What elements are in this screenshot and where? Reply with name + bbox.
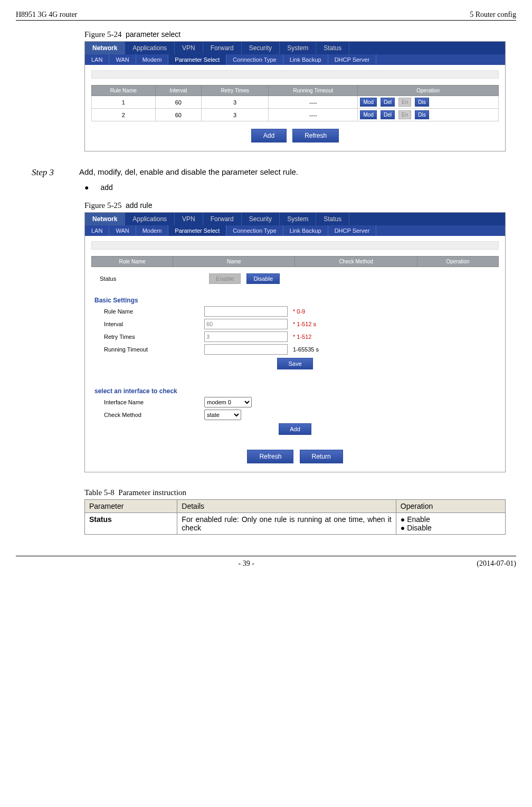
subtab-dhcp-server[interactable]: DHCP Server <box>328 225 376 236</box>
subtab-link-backup[interactable]: Link Backup <box>283 225 328 236</box>
subtab-modem[interactable]: Modem <box>136 54 169 65</box>
main-tabs: Network Applications VPN Forward Securit… <box>85 213 505 225</box>
row-interface-name: Interface Name modem 0 <box>104 397 499 407</box>
bullet-add: ●add <box>84 183 506 192</box>
tab-system[interactable]: System <box>280 213 316 225</box>
tab-forward[interactable]: Forward <box>203 42 242 54</box>
refresh-button[interactable]: Refresh <box>292 129 339 143</box>
select-check-method[interactable]: state <box>204 410 241 420</box>
tab-network[interactable]: Network <box>85 213 125 225</box>
del-button[interactable]: Del <box>381 110 395 119</box>
row-running-timeout: Running Timeout 1-65535 s <box>104 344 499 355</box>
subtab-parameter-select[interactable]: Parameter Select <box>168 225 226 236</box>
cell-parameter: Status <box>85 513 177 535</box>
col-operation: Operation <box>417 257 498 267</box>
label-running-timeout: Running Timeout <box>104 346 204 353</box>
cell-operation: ● Enable ● Disable <box>396 513 505 535</box>
spacer-bar <box>91 241 499 250</box>
refresh-button[interactable]: Refresh <box>247 450 293 463</box>
subtab-parameter-select[interactable]: Parameter Select <box>168 54 226 65</box>
input-interval[interactable] <box>204 319 288 329</box>
tab-system[interactable]: System <box>280 42 316 54</box>
subtab-connection-type[interactable]: Connection Type <box>226 225 283 236</box>
en-button[interactable]: En <box>398 98 411 107</box>
basic-settings-fieldset: Basic Settings Rule Name * 0-9 Interval … <box>91 293 499 375</box>
col-rule-name: Rule Name <box>92 257 173 267</box>
select-interface-name[interactable]: modem 0 <box>204 397 252 407</box>
hint-retry-times: * 1-512 <box>293 334 311 340</box>
input-rule-name[interactable] <box>204 306 288 317</box>
subtab-connection-type[interactable]: Connection Type <box>226 54 283 65</box>
subtab-modem[interactable]: Modem <box>136 225 169 236</box>
main-tabs: Network Applications VPN Forward Securit… <box>85 42 505 54</box>
tab-network[interactable]: Network <box>85 42 125 54</box>
add-interface-button[interactable]: Add <box>279 423 311 435</box>
page-header: H8951 3G 4G router 5 Router config <box>16 11 516 21</box>
figure-number: Figure 5-24 <box>84 30 121 39</box>
table-title: Parameter instruction <box>118 488 186 497</box>
subtab-wan[interactable]: WAN <box>109 54 136 65</box>
return-button[interactable]: Return <box>300 450 343 463</box>
dis-button[interactable]: Dis <box>415 98 429 107</box>
tab-forward[interactable]: Forward <box>203 213 242 225</box>
tab-vpn[interactable]: VPN <box>175 213 203 225</box>
cell-timeout: ---- <box>269 96 358 109</box>
basic-settings-legend: Basic Settings <box>94 297 499 304</box>
col-retry-times: Retry Times <box>202 86 269 96</box>
subtab-wan[interactable]: WAN <box>109 225 136 236</box>
dis-button[interactable]: Dis <box>415 110 429 119</box>
tab-applications[interactable]: Applications <box>125 213 175 225</box>
subtab-link-backup[interactable]: Link Backup <box>283 54 328 65</box>
subtab-lan[interactable]: LAN <box>85 225 109 236</box>
header-table: Rule Name Name Check Method Operation <box>91 256 499 267</box>
figure-5-24-caption: Figure 5-24 parameter select <box>84 30 506 39</box>
figure-5-25-caption: Figure 5-25 add rule <box>84 201 506 210</box>
step-label: Step 3 <box>32 167 79 178</box>
subtab-lan[interactable]: LAN <box>85 54 109 65</box>
status-label: Status <box>100 276 205 282</box>
tab-status[interactable]: Status <box>316 213 349 225</box>
subtab-dhcp-server[interactable]: DHCP Server <box>328 54 376 65</box>
status-row: Status Enable Disable <box>100 273 499 284</box>
mod-button[interactable]: Mod <box>360 110 376 119</box>
col-operation: Operation <box>358 86 499 96</box>
page-footer: - 39 - (2014-07-01) <box>16 556 516 568</box>
cell-retry: 3 <box>202 109 269 121</box>
cell-interval: 60 <box>155 96 202 109</box>
tab-security[interactable]: Security <box>242 42 280 54</box>
step-text: Add, modify, del, enable and disable the… <box>79 167 298 176</box>
label-interface-name: Interface Name <box>104 399 204 405</box>
th-details: Details <box>177 500 396 513</box>
col-rule-name: Rule Name <box>92 86 156 96</box>
row-interval: Interval * 1-512 s <box>104 319 499 329</box>
hint-rule-name: * 0-9 <box>293 308 305 315</box>
input-running-timeout[interactable] <box>204 344 288 355</box>
input-retry-times[interactable] <box>204 331 288 342</box>
table-5-8-caption: Table 5-8 Parameter instruction <box>84 488 506 497</box>
label-rule-name: Rule Name <box>104 308 204 315</box>
hint-running-timeout: 1-65535 s <box>293 346 319 353</box>
add-button[interactable]: Add <box>251 129 287 143</box>
tab-security[interactable]: Security <box>242 213 280 225</box>
tab-applications[interactable]: Applications <box>125 42 175 54</box>
table-row: Status For enabled rule: Only one rule i… <box>85 513 506 535</box>
step-3: Step 3 Add, modify, del, enable and disa… <box>32 167 506 178</box>
label-interval: Interval <box>104 321 204 327</box>
disable-button[interactable]: Disable <box>246 273 280 284</box>
cell-details: For enabled rule: Only one rule is runni… <box>177 513 396 535</box>
interface-check-legend: select an interface to check <box>94 387 499 395</box>
bullet-text: add <box>100 183 112 192</box>
tab-status[interactable]: Status <box>316 42 349 54</box>
en-button[interactable]: En <box>398 110 411 119</box>
cell-timeout: ---- <box>269 109 358 121</box>
col-name: Name <box>173 257 295 267</box>
enable-button[interactable]: Enable <box>209 273 241 284</box>
figure-number: Figure 5-25 <box>84 201 121 210</box>
tab-vpn[interactable]: VPN <box>175 42 203 54</box>
del-button[interactable]: Del <box>381 98 395 107</box>
figure-title: parameter select <box>126 30 180 39</box>
mod-button[interactable]: Mod <box>360 98 376 107</box>
interface-check-fieldset: select an interface to check Interface N… <box>91 384 499 440</box>
cell-interval: 60 <box>155 109 202 121</box>
save-button[interactable]: Save <box>277 358 312 369</box>
